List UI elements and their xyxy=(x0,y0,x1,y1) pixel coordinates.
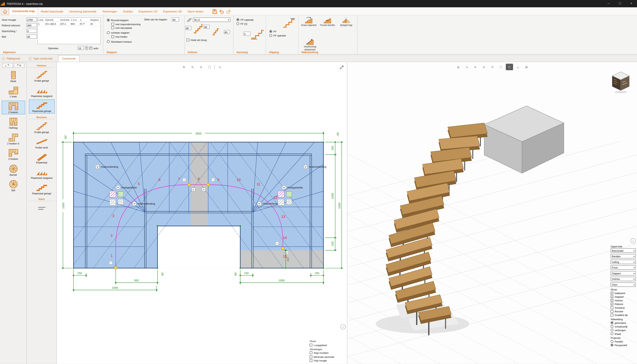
fit-view-button[interactable] xyxy=(497,64,504,70)
stair-type-steek[interactable]: Steek xyxy=(1,69,25,83)
gerenderd-radio[interactable]: gerenderd xyxy=(611,321,636,324)
remove-step-button[interactable]: − xyxy=(109,261,113,264)
pan-button[interactable] xyxy=(197,64,205,70)
tab-model-balustrade[interactable]: Model balustrade xyxy=(38,8,66,15)
stair-type-1-hoek[interactable]: 1 hoek xyxy=(1,85,25,99)
boomes-plaatmetal-zaagtand[interactable]: Plaatmetal zaagtand xyxy=(29,166,55,180)
maximize-button[interactable]: □ xyxy=(614,0,626,7)
trapondersteuning-checkbox[interactable]: met trapondersteuning xyxy=(111,23,141,26)
hoek-als-boog-checkbox[interactable]: Hoek als boog xyxy=(186,38,206,42)
tab-norm-testen[interactable]: Norm testen xyxy=(185,8,206,15)
remove-step-button[interactable]: − xyxy=(211,178,215,182)
tab-tekeningen[interactable]: Tekeningen xyxy=(99,8,120,15)
uitgang-ff-optrede-radio[interactable]: FF-optrede xyxy=(269,34,286,37)
render-3d[interactable] xyxy=(347,62,637,364)
stair-type-2-hoeken-s[interactable]: 2 hoeken S xyxy=(1,132,25,146)
plafond-checkbox[interactable]: Plafond xyxy=(611,303,636,306)
holm-maat1-input[interactable] xyxy=(185,26,191,30)
holm-maat2-input[interactable] xyxy=(203,25,210,29)
landing-slab[interactable] xyxy=(484,106,564,173)
tab-type-constructie[interactable]: Type constructie xyxy=(27,57,57,62)
undo-icon[interactable] xyxy=(219,8,224,14)
verborgen-radio[interactable]: verborgen xyxy=(611,329,636,332)
save-icon[interactable] xyxy=(212,8,217,14)
holmes-plaatmetal-getrapt[interactable]: Plaatmetal getrapt xyxy=(29,100,55,114)
stair-type-halfslag[interactable]: Halfslag xyxy=(1,116,25,130)
zoom-region-button[interactable] xyxy=(463,64,470,70)
stappen-checkbox[interactable]: Stappen xyxy=(611,296,636,298)
loopgebied-checkbox[interactable]: Loopgebied xyxy=(309,344,343,346)
hoekverbinding-marker[interactable]: Hoekverbinding xyxy=(304,165,326,169)
boomes-plaatmetal[interactable]: Plaatmetal xyxy=(29,151,55,165)
plafond-input[interactable] xyxy=(26,23,37,27)
hoekgedeelte-marker[interactable]: Hoekgedeelte xyxy=(116,185,137,190)
dikte-input[interactable] xyxy=(172,18,179,22)
minimale-aantrede-checkbox[interactable]: Minimale aantrede xyxy=(309,355,343,358)
roosterstappen-radio[interactable]: Roosterstappen xyxy=(107,19,129,22)
met-treden-checkbox[interactable]: met treden xyxy=(111,35,127,38)
home-view-button[interactable] xyxy=(454,64,462,70)
plan-drawing[interactable]: − − − − + + + Hoekverbinding Hoekverbind… xyxy=(57,62,347,364)
navigation-cube[interactable] xyxy=(611,71,630,94)
tab-constructie-trap[interactable]: Constructie trap xyxy=(9,8,38,15)
tab-exporteren-2d[interactable]: Exporteren 2D xyxy=(136,8,160,15)
surface-select-balustrade[interactable]: Balustrade▾ xyxy=(611,248,636,253)
scherpe-stappen-radio[interactable]: scherpe stappen xyxy=(107,31,130,34)
direction-right-button[interactable]: ↱R xyxy=(14,63,24,68)
zoom-button[interactable] xyxy=(471,64,479,70)
gradient-lijn-checkbox[interactable]: Gradiënt lijn xyxy=(611,314,636,316)
tab-uitvoering-balustrade[interactable]: Uitvoering balustrade xyxy=(66,8,99,15)
holmes-profiel-getrapt[interactable]: Profiel getrapt xyxy=(29,69,55,83)
rotate-view-button[interactable] xyxy=(489,64,496,70)
tab-constructie[interactable]: Constructie xyxy=(58,55,80,62)
zoom-region-button[interactable] xyxy=(216,64,224,70)
startrichting-input[interactable] xyxy=(26,29,37,33)
table-row[interactable]: 1 15 x 183,3 237,1 604 37,7° 15 xyxy=(38,22,100,26)
collapse-panel-button[interactable]: › xyxy=(340,324,346,330)
verdrevning-button[interactable]: Verdrevning aanpassen xyxy=(299,38,321,51)
viewport-3d[interactable]: › Oppervlak Balustrade▾ Bandjes▾ Vulling… xyxy=(347,62,637,364)
plan-canvas[interactable]: − − − − + + + Hoekverbinding Hoekverbind… xyxy=(57,62,347,364)
remove-step-button[interactable]: − xyxy=(276,242,279,245)
vloer-hoogte-input[interactable] xyxy=(26,18,37,22)
holmes-checkbox[interactable]: Holmes xyxy=(611,299,636,302)
collapse-panel-button[interactable]: › xyxy=(630,238,636,243)
stair-type-spil[interactable]: Spil xyxy=(1,179,25,193)
measure-button[interactable] xyxy=(514,64,521,70)
spin-down-icon[interactable]: ▾ xyxy=(85,48,88,50)
traliewerk-checkbox[interactable]: traliewerk xyxy=(611,292,636,295)
stair-type-2-hoeken[interactable]: 2 hoeken xyxy=(1,101,25,115)
screenshot-button[interactable] xyxy=(523,64,530,70)
niets-item[interactable] xyxy=(29,203,55,214)
section-box-button[interactable] xyxy=(506,64,513,70)
tab-plattegrond[interactable]: Plattegrond xyxy=(0,57,27,62)
close-button[interactable]: × xyxy=(626,0,637,7)
remove-step-button[interactable]: − xyxy=(183,178,186,182)
redo-icon[interactable] xyxy=(226,8,231,14)
holm-profile-select[interactable]: BL12▾ xyxy=(193,18,230,22)
surface-select-posts[interactable]: Posts▾ xyxy=(611,265,636,270)
home-menu-button[interactable] xyxy=(1,8,9,15)
spin-up-icon[interactable]: ▴ xyxy=(85,46,88,48)
auto-checkbox[interactable] xyxy=(89,46,92,49)
surface-select-stappen[interactable]: Stappen▾ xyxy=(611,271,636,276)
schaduwrijk-radio[interactable]: schaduwrijk xyxy=(611,325,636,328)
surface-select-vloer[interactable]: Vloer▾ xyxy=(611,282,636,287)
standaard-niveaus-radio[interactable]: Standaard niveaus xyxy=(107,40,132,43)
boomes-profiel-getrapt[interactable]: Profiel getrapt xyxy=(29,120,55,134)
tussenbordes-button[interactable]: Tussen-bordes xyxy=(318,17,337,27)
holmes-plaatmetal-zaagtand[interactable]: Plaatmetal zaagtand xyxy=(29,84,55,98)
spiegel-trap-button[interactable]: Spiegel trap xyxy=(337,17,355,27)
stap-hoofden-checkbox[interactable]: Stap hoofden xyxy=(309,351,343,354)
zoom-button[interactable] xyxy=(189,64,196,70)
uitgang-ff-radio[interactable]: FF xyxy=(269,30,276,33)
hoekverbinding-marker[interactable]: Hoekverbinding xyxy=(132,202,155,206)
tab-exporteren-3d[interactable]: Exporteren 3D xyxy=(160,8,185,15)
surface-select-vulling[interactable]: Vulling▾ xyxy=(611,260,636,264)
tab-stuklijst[interactable]: Stuklijst xyxy=(120,8,136,15)
minimize-button[interactable]: – xyxy=(603,0,614,7)
draai-staprand-button[interactable]: Draai staprand xyxy=(299,17,318,27)
surface-select-holmes[interactable]: Holmes▾ xyxy=(611,277,636,281)
aanvang-ff-optrede-radio[interactable]: FF+optrede xyxy=(236,18,254,21)
surface-select-bandjes[interactable]: Bandjes▾ xyxy=(611,254,636,258)
